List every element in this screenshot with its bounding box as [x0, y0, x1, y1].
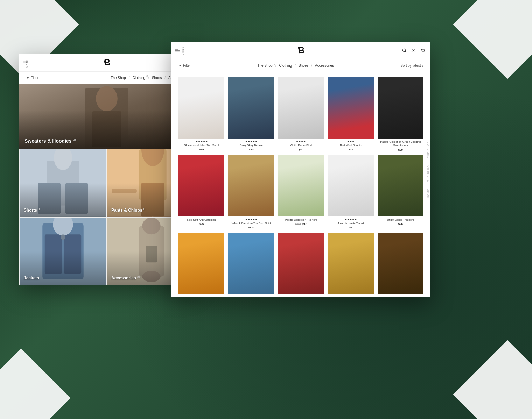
nav-clothing[interactable]: Clothing: [132, 76, 145, 80]
category-jackets[interactable]: Jackets: [19, 217, 107, 285]
product-stars-3: ★★★: [328, 140, 374, 143]
sort-label: Sort by latest: [400, 64, 421, 68]
right-nav-shoes[interactable]: Shoes: [299, 64, 308, 68]
right-filter-button[interactable]: ▼ Filter: [178, 64, 191, 68]
category-shorts-label: Shorts3: [24, 207, 40, 213]
search-icon[interactable]: [401, 48, 407, 54]
svg-rect-45: [328, 233, 374, 294]
nav-sep: /: [295, 64, 296, 68]
svg-rect-38: [228, 155, 274, 216]
svg-rect-40: [328, 155, 374, 216]
product-name-0: Sleeveless Halter Top Mnml: [178, 144, 224, 147]
right-side-nav: The Shop The Blog Home: [426, 139, 430, 201]
right-side-label-shop[interactable]: The Shop: [427, 141, 429, 158]
product-card-1[interactable]: ★★★★★Okay Okay Beanie$25: [226, 76, 276, 153]
user-icon[interactable]: [411, 48, 416, 54]
product-price-1: $25: [228, 148, 274, 151]
menu-text-label: Menu: [182, 46, 184, 55]
menu-icon[interactable]: [175, 49, 180, 52]
right-nav-clothing[interactable]: Clothing: [279, 64, 292, 68]
product-card-10[interactable]: Faux Vinyl Belt Bag$13: [177, 231, 226, 297]
left-nav: ▼ Filter The Shop / Clothing / Shoes / A…: [19, 72, 194, 84]
product-name-10: Faux Vinyl Belt Bag: [178, 296, 224, 297]
svg-rect-46: [378, 233, 424, 294]
menu-text-label: Menu: [26, 58, 28, 68]
nav-shoes[interactable]: Shoes: [152, 76, 162, 80]
nav-sep: /: [164, 76, 166, 80]
product-price-old-7: $127: [295, 223, 301, 225]
product-image-12: [278, 233, 324, 294]
product-card-6[interactable]: ★★★★★V-Neck Premium Tan Polo Shirt$134: [226, 154, 276, 231]
product-card-3[interactable]: ★★★Red Wool Beanie$25: [326, 76, 376, 153]
product-name-6: V-Neck Premium Tan Polo Shirt: [228, 222, 274, 225]
product-card-5[interactable]: Red Soft Knit Cardigan$25: [177, 154, 226, 231]
product-name-2: White Dress Shirt: [278, 144, 324, 147]
right-side-label-blog[interactable]: The Blog: [427, 165, 429, 182]
product-card-12[interactable]: Large Ruffle Swimsuit$39: [276, 231, 326, 297]
product-photo-10: [178, 233, 224, 294]
product-image-9: [378, 155, 424, 216]
nav-sep: /: [311, 64, 312, 68]
product-name-11: Textured Swimsuit: [228, 296, 274, 297]
svg-point-29: [413, 49, 414, 51]
product-card-14[interactable]: Textured Asymmetric Swimsuit$25: [376, 231, 425, 297]
product-photo-12: [278, 233, 324, 294]
right-nav-accessories[interactable]: Accessories: [315, 64, 334, 68]
product-card-11[interactable]: Textured Swimsuit$59: [226, 231, 276, 297]
product-name-8: Join Life basic T-shirt: [328, 222, 374, 225]
product-name-1: Okay Okay Beanie: [228, 144, 274, 147]
cart-icon[interactable]: [420, 48, 425, 54]
product-name-9: Utility Cargo Trousers: [378, 218, 424, 222]
product-photo-9: [378, 155, 424, 216]
right-window: Menu ▼ Filter The Shop2 /: [172, 42, 430, 297]
nav-sep: /: [129, 76, 130, 80]
product-image-13: [328, 233, 374, 294]
svg-rect-43: [228, 233, 274, 294]
product-image-3: [328, 77, 374, 139]
product-image-10: [178, 233, 224, 294]
hero-category[interactable]: Sweaters & Hoodies28: [19, 84, 194, 149]
product-image-0: [178, 77, 224, 139]
product-image-2: [278, 77, 324, 139]
product-card-4[interactable]: Pacific Collection Green Jogging Sweatpa…: [376, 76, 425, 153]
sort-container[interactable]: Sort by latest ↓: [400, 64, 424, 68]
right-nav-shop[interactable]: The Shop2: [257, 64, 272, 68]
product-price-3: $25: [328, 148, 374, 151]
category-jackets-image: [20, 218, 106, 285]
left-header: Menu: [19, 54, 194, 72]
category-shorts[interactable]: Shorts3: [19, 149, 107, 217]
product-price-5: $25: [178, 222, 224, 226]
menu-bar: [175, 49, 178, 50]
product-photo-14: [378, 233, 424, 294]
product-card-2[interactable]: ★★★★White Dress Shirt$80: [276, 76, 326, 153]
product-image-4: [378, 77, 424, 139]
product-card-13[interactable]: Snap Ribbed Swimsuit$39: [326, 231, 376, 297]
product-photo-4: [378, 77, 424, 139]
product-price-6: $134: [228, 226, 274, 229]
product-card-7[interactable]: Pacific Collection Trainers$127$97: [276, 154, 326, 231]
product-price-8: $6: [328, 226, 374, 229]
nav-the-shop[interactable]: The Shop: [111, 76, 126, 80]
product-image-14: [378, 233, 424, 294]
menu-bar: [175, 50, 180, 51]
product-photo-6: [228, 155, 274, 216]
product-photo-7: [278, 155, 324, 216]
product-stars-8: ★★★★★: [328, 218, 374, 221]
right-header: Menu: [172, 42, 430, 59]
product-image-6: [228, 155, 274, 216]
right-nav: ▼ Filter The Shop2 / Clothing / Shoes / …: [172, 59, 430, 72]
product-card-0[interactable]: ★★★★★Sleeveless Halter Top Mnml$69: [177, 76, 226, 153]
category-shorts-image: [20, 149, 106, 217]
right-side-label-home[interactable]: Home: [427, 189, 429, 198]
product-image-11: [228, 233, 274, 294]
product-photo-8: [328, 155, 374, 216]
product-name-12: Large Ruffle Swimsuit: [278, 296, 324, 297]
nav-sep: /: [275, 64, 276, 68]
product-card-8[interactable]: ★★★★★Join Life basic T-shirt$6: [326, 154, 376, 231]
logo: [103, 58, 111, 68]
product-card-9[interactable]: Utility Cargo Trousers$26: [376, 154, 425, 231]
product-stars-6: ★★★★★: [228, 218, 274, 221]
product-name-13: Snap Ribbed Swimsuit: [328, 296, 374, 297]
filter-button[interactable]: ▼ Filter: [26, 76, 38, 80]
product-photo-3: [328, 77, 374, 139]
